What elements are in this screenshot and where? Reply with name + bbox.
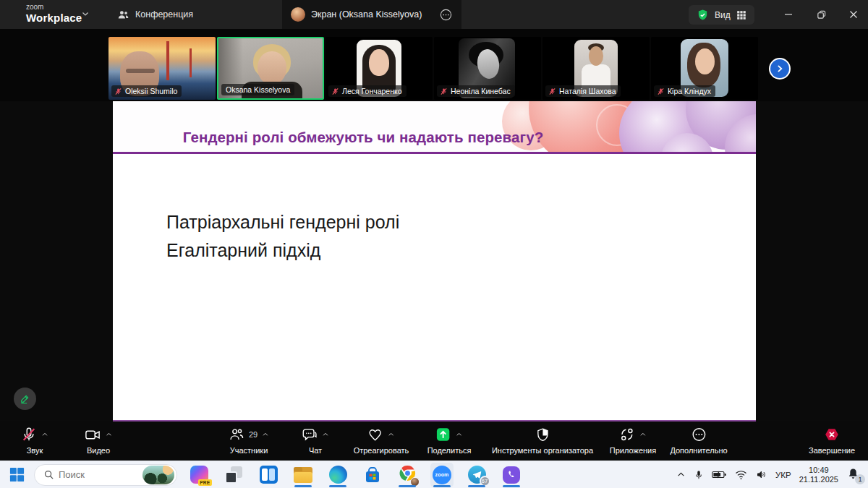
participant-tile-3[interactable]: Леся Гончаренко <box>326 37 433 100</box>
end-hexagon-x-icon <box>824 427 840 442</box>
windows-start-button[interactable] <box>9 466 25 483</box>
running-indicator <box>468 485 485 487</box>
host-tools-button[interactable]: Инструменты организатора <box>492 425 593 455</box>
language-indicator[interactable]: УКР <box>775 471 791 479</box>
bridge-decoration <box>190 48 192 77</box>
file-explorer-app[interactable] <box>292 463 315 487</box>
more-label: Дополнительно <box>670 446 727 455</box>
search-icon <box>43 469 54 480</box>
chevron-up-icon[interactable] <box>106 431 113 438</box>
view-control[interactable]: Вид <box>689 5 754 25</box>
next-participants-button[interactable] <box>769 58 791 80</box>
participant-name-tag: Наталія Шахова <box>545 85 621 97</box>
restore-icon <box>817 10 826 20</box>
participant-tile-4[interactable]: Неоніла Кинебас <box>434 37 541 100</box>
slide-text-line: Егалітарний підхід <box>166 236 399 265</box>
slide-body: Патріархальні гендерні ролі Егалітарний … <box>166 208 399 265</box>
apps-button[interactable]: Приложения <box>610 425 656 455</box>
participant-tile-2-active-speaker[interactable]: Oksana Kisselyova <box>217 37 324 100</box>
mic-tray-icon[interactable] <box>694 469 704 481</box>
close-icon <box>849 10 858 19</box>
tab-meeting[interactable]: Конференция <box>109 0 202 29</box>
participant-tile-1[interactable]: Oleksii Shumilo <box>109 37 216 100</box>
system-tray: УКР 10:49 21.11.2025 1 <box>676 466 868 484</box>
chevron-up-icon[interactable] <box>41 431 48 438</box>
chat-button[interactable]: Чат <box>302 425 329 455</box>
muted-mic-icon <box>657 87 665 95</box>
search-input[interactable] <box>59 469 131 480</box>
video-button[interactable]: Видео <box>85 425 113 455</box>
person-silhouette <box>589 46 603 66</box>
taskbar-left <box>0 464 177 486</box>
participant-name-tag: Неоніла Кинебас <box>437 85 515 97</box>
participant-name-tag: Oleksii Shumilo <box>111 85 182 97</box>
heart-icon <box>367 427 383 442</box>
search-highlight-image[interactable] <box>142 466 174 484</box>
copilot-app[interactable]: PRE <box>187 463 210 487</box>
muted-mic-icon <box>114 87 122 95</box>
video-label: Видео <box>87 446 110 455</box>
chevron-up-icon[interactable] <box>456 431 463 438</box>
widgets-app[interactable] <box>257 463 280 487</box>
annotate-button[interactable] <box>14 388 36 410</box>
chevron-up-icon[interactable] <box>322 431 329 438</box>
minimize-button[interactable] <box>773 0 804 29</box>
end-meeting-button[interactable]: Завершение <box>809 425 855 455</box>
chevron-up-icon[interactable] <box>388 431 395 438</box>
edge-app[interactable] <box>326 463 349 487</box>
participant-name-tag: Кіра Кліндух <box>654 85 715 97</box>
window-titlebar: zoom Workplace Конференция Экран (Oksana… <box>0 0 868 29</box>
slide-title: Гендерні ролі обмежують чи надають перев… <box>142 129 584 146</box>
audio-label: Звук <box>27 446 43 455</box>
person-silhouette <box>695 48 715 74</box>
zoom-app-active[interactable]: zoom <box>430 463 454 487</box>
slide-text-line: Патріархальні гендерні ролі <box>166 208 399 236</box>
clock[interactable]: 10:49 21.11.2025 <box>799 466 838 484</box>
participant-name: Кіра Кліндух <box>668 87 711 95</box>
participant-name: Наталія Шахова <box>559 87 616 95</box>
copilot-pre-badge: PRE <box>198 479 211 486</box>
wifi-icon[interactable] <box>735 470 747 480</box>
end-label: Завершение <box>809 446 855 455</box>
chat-label: Чат <box>309 446 322 455</box>
close-button[interactable] <box>838 0 868 29</box>
telegram-app[interactable]: 67 <box>465 463 488 487</box>
restore-button[interactable] <box>805 0 837 29</box>
chevron-up-icon[interactable] <box>262 431 269 438</box>
running-indicator <box>399 485 416 487</box>
microsoft-store-app[interactable] <box>361 463 384 487</box>
more-button[interactable]: Дополнительно <box>670 425 727 455</box>
chrome-app[interactable] <box>396 463 419 487</box>
chevron-down-icon[interactable] <box>81 9 90 18</box>
share-button[interactable]: Поделиться <box>427 425 472 455</box>
react-button[interactable]: Отреагировать <box>354 425 409 455</box>
task-view-app[interactable] <box>222 463 245 487</box>
share-up-icon <box>435 427 451 442</box>
participants-button[interactable]: 29 Участники <box>229 425 269 455</box>
viber-app[interactable] <box>500 463 523 487</box>
folder-icon <box>294 467 312 483</box>
participant-tile-5[interactable]: Наталія Шахова <box>542 37 650 100</box>
video-strip: Oleksii Shumilo Oksana Kisselyova Леся Г… <box>0 29 868 101</box>
running-indicator <box>433 485 451 487</box>
participant-name-tag: Леся Гончаренко <box>328 85 407 97</box>
volume-icon[interactable] <box>755 469 767 480</box>
muted-mic-icon <box>331 87 339 95</box>
battery-charging-icon[interactable] <box>712 469 727 480</box>
participant-name: Oleksii Shumilo <box>125 87 177 95</box>
audio-button[interactable]: Звук <box>21 425 48 455</box>
chrome-icon <box>399 464 417 485</box>
bridge-decoration <box>166 41 169 80</box>
avatar <box>291 7 305 22</box>
react-label: Отреагировать <box>354 446 409 455</box>
notification-badge: 1 <box>855 474 865 484</box>
tab-screen-share[interactable]: Экран (Oksana Kisselyova) <box>282 0 461 29</box>
panels-icon <box>260 466 278 484</box>
taskbar-search[interactable] <box>34 464 177 486</box>
meeting-toolbar: Звук Видео 29 Участники Чат Отреагироват… <box>0 421 868 461</box>
chevron-up-icon[interactable] <box>639 431 647 438</box>
participant-tile-6[interactable]: Кіра Кліндух <box>651 37 758 100</box>
hidden-icons-chevron[interactable] <box>676 470 686 479</box>
notification-center[interactable]: 1 <box>846 467 861 483</box>
ellipsis-circle-icon[interactable] <box>439 8 453 22</box>
